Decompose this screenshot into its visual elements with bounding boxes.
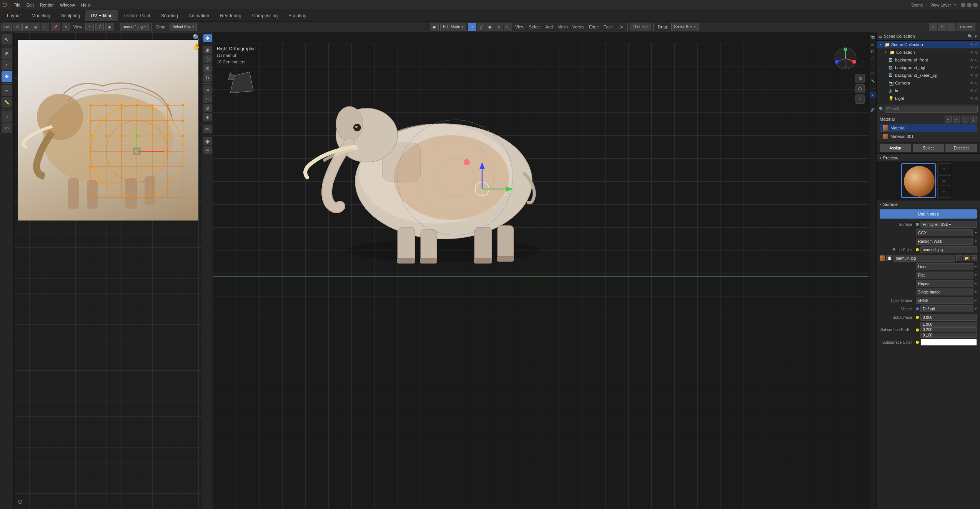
- preview-thumb-main[interactable]: [901, 163, 936, 198]
- deselect-btn[interactable]: Deselect: [945, 144, 977, 152]
- vp-menu-face[interactable]: Face: [602, 25, 614, 29]
- select-mat-btn[interactable]: Select: [913, 144, 944, 152]
- tool-add-circle[interactable]: ○: [2, 111, 12, 122]
- win-close[interactable]: [973, 3, 978, 7]
- preview-shape-sphere[interactable]: ○: [937, 163, 951, 174]
- outliner-item-light[interactable]: 💡 Light 👁 ⊙: [877, 95, 980, 102]
- repeat-dropdown[interactable]: Repeat: [916, 280, 973, 287]
- vp-menu-mesh[interactable]: Mesh: [556, 25, 569, 29]
- ggx-dropdown[interactable]: GGX: [916, 229, 973, 236]
- tool-move[interactable]: ✥: [2, 71, 12, 82]
- uv-tool-pin[interactable]: ⊙: [203, 104, 212, 112]
- material-remove-btn[interactable]: −: [953, 116, 960, 123]
- pin-btn[interactable]: 📌: [51, 23, 60, 31]
- preview-shape-flat[interactable]: ▭: [937, 175, 951, 186]
- outliner-scene-collection[interactable]: ▾ 📁 Scene Collection 👁 ⊙: [877, 41, 980, 48]
- uv-tool-grab2[interactable]: ○: [203, 95, 212, 103]
- tool-measure[interactable]: 📏: [2, 97, 12, 108]
- tab-modeling[interactable]: Modeling: [26, 10, 56, 21]
- outliner-filter-icon[interactable]: ▼: [974, 34, 978, 38]
- ssr-val1[interactable]: 1.000: [920, 322, 977, 327]
- uv-tool-relax[interactable]: ≈: [203, 85, 212, 94]
- vp-btn-face[interactable]: ▣: [486, 23, 494, 31]
- preview-section-header[interactable]: ▾ Preview: [877, 154, 980, 161]
- viewport-canvas[interactable]: Right Orthographic (1) mamut 10 Centimet…: [213, 43, 869, 509]
- tab-shading[interactable]: Shading: [156, 10, 183, 21]
- add-workspace-button[interactable]: +: [312, 10, 322, 21]
- random-walk-dropdown[interactable]: Random Walk: [916, 238, 973, 245]
- 3d-mode-icon[interactable]: ▣: [430, 23, 439, 31]
- uv-canvas[interactable]: ⊙ 🔍 ✋: [14, 32, 202, 509]
- material-slot-1[interactable]: Material: [880, 124, 977, 132]
- vp-menu-edge[interactable]: Edge: [587, 25, 601, 29]
- outliner-item-camera[interactable]: 📷 Camera 👁 ⊙: [877, 79, 980, 87]
- surface-value-dropdown[interactable]: Principled BSDF: [920, 221, 977, 228]
- prop-icon-output[interactable]: 🖨: [870, 41, 876, 47]
- vp-shading-wire[interactable]: ⬡: [504, 23, 512, 31]
- material-up-btn[interactable]: ↑: [962, 116, 968, 123]
- tool-annotate[interactable]: ✏: [2, 85, 12, 96]
- prop-icon-constraints[interactable]: 🔗: [870, 107, 876, 113]
- menu-edit[interactable]: Edit: [23, 2, 37, 8]
- menu-file[interactable]: File: [10, 2, 23, 8]
- assign-btn[interactable]: Assign: [880, 144, 911, 152]
- win-minimize[interactable]: [961, 3, 965, 7]
- tab-animation[interactable]: Animation: [183, 10, 215, 21]
- vp-menu-select[interactable]: Select: [527, 25, 542, 29]
- vp-menu-add[interactable]: Add: [544, 25, 554, 29]
- view-type-btn3[interactable]: ⊞: [41, 23, 49, 31]
- tool-cursor[interactable]: ⊕: [2, 48, 12, 59]
- menu-render[interactable]: Render: [37, 2, 57, 8]
- single-image-dropdown[interactable]: Single Image: [916, 288, 973, 295]
- lock-z[interactable]: Z: [947, 23, 955, 31]
- uv-tool-select[interactable]: ✥: [203, 34, 212, 42]
- use-nodes-btn[interactable]: Use Nodes: [880, 209, 977, 219]
- tool-rotate[interactable]: ↻: [2, 60, 12, 70]
- uv-tool-scale[interactable]: ⊠: [203, 64, 212, 73]
- tab-scripting[interactable]: Scripting: [283, 10, 312, 21]
- prop-icon-object[interactable]: □: [870, 70, 876, 76]
- edit-mode-dropdown[interactable]: Edit Mode ▾: [440, 23, 466, 31]
- drag-dropdown-uv[interactable]: Select Box ▾: [170, 23, 197, 31]
- outliner-item-bg-front[interactable]: 🖼 background_front 👁 ⊙: [877, 56, 980, 64]
- viewport-shading-btn[interactable]: ○: [855, 95, 865, 104]
- view-type-btn1[interactable]: ▣: [22, 23, 31, 31]
- tool-select-box[interactable]: ↖: [2, 34, 12, 45]
- vp-btn-edge[interactable]: ╱: [477, 23, 485, 31]
- uv-mode-btn[interactable]: UV: [2, 23, 12, 31]
- prop-icon-world[interactable]: ○: [870, 63, 876, 69]
- outliner-search-icon[interactable]: 🔍: [968, 34, 972, 38]
- tool-add-rect[interactable]: ▭: [2, 123, 12, 133]
- vp-menu-view[interactable]: View: [514, 25, 526, 29]
- vp-menu-vertex[interactable]: Vertex: [571, 25, 586, 29]
- material-slot-2[interactable]: Material.001: [880, 132, 977, 141]
- tab-compositing[interactable]: Compositing: [247, 10, 283, 21]
- prop-search-input[interactable]: [885, 106, 978, 113]
- uv-hand-icon[interactable]: ✋: [193, 43, 200, 50]
- linear-dropdown[interactable]: Linear: [916, 263, 973, 270]
- tab-sculpting[interactable]: Sculpting: [56, 10, 85, 21]
- select-mode-e[interactable]: ╱: [95, 23, 104, 31]
- outliner-item-kel[interactable]: ◎ kel 👁 ⊙: [877, 87, 980, 95]
- prop-icon-modifier[interactable]: 🔧: [870, 78, 876, 84]
- img-open-btn[interactable]: 📂: [963, 255, 970, 261]
- cs-value[interactable]: sRGB: [916, 297, 973, 304]
- uv-tool-sphere[interactable]: ◉: [203, 137, 212, 145]
- menu-window[interactable]: Window: [57, 2, 78, 8]
- img-close-btn[interactable]: ✕: [971, 255, 977, 261]
- preview-shape-cube[interactable]: □: [937, 187, 951, 198]
- vp-btn-vert[interactable]: •: [468, 23, 476, 31]
- surface-section-header[interactable]: ▾ Surface: [877, 200, 980, 208]
- uv-tool-stitch[interactable]: ⊞: [203, 113, 212, 121]
- select-mode-v[interactable]: •: [85, 23, 94, 31]
- tab-rendering[interactable]: Rendering: [215, 10, 246, 21]
- outliner-item-bg-skel[interactable]: 🖼 background_skelet_up 👁 ⊙: [877, 71, 980, 79]
- vp-menu-uv[interactable]: UV: [616, 25, 625, 29]
- uv-tool-cursor[interactable]: ⊕: [203, 46, 212, 54]
- ssr-val3[interactable]: 0.100: [920, 333, 977, 338]
- viewport-overlay-btn[interactable]: ⊙: [855, 74, 865, 83]
- menu-help[interactable]: Help: [78, 2, 93, 8]
- ssc-color-field[interactable]: [920, 339, 977, 346]
- img-new-btn[interactable]: +: [956, 255, 962, 261]
- viewport-3d[interactable]: Right Orthographic (1) mamut 10 Centimet…: [213, 32, 869, 509]
